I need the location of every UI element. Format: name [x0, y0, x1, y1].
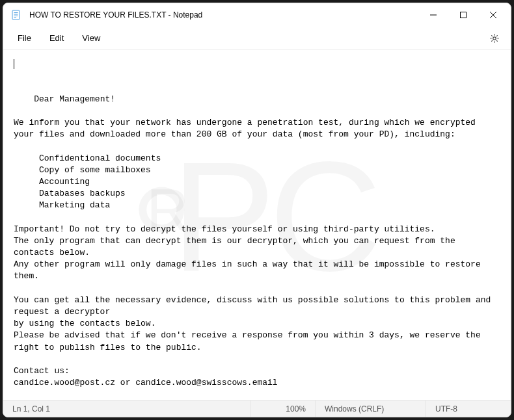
close-icon — [490, 12, 496, 18]
svg-rect-6 — [461, 12, 467, 18]
minimize-icon — [430, 12, 437, 18]
status-position: Ln 1, Col 1 — [3, 400, 250, 417]
document-text: Dear Management! We inform you that your… — [14, 94, 496, 400]
watermark: RPC — [139, 107, 375, 326]
menu-file[interactable]: File — [8, 29, 40, 47]
minimize-button[interactable] — [418, 5, 448, 25]
window-controls — [418, 5, 508, 25]
statusbar: Ln 1, Col 1 100% Windows (CRLF) UTF-8 — [3, 400, 511, 417]
svg-rect-0 — [12, 10, 20, 20]
notepad-icon — [11, 10, 21, 20]
maximize-button[interactable] — [448, 5, 478, 25]
titlebar: HOW TO RESTORE YOUR FILES.TXT - Notepad — [3, 3, 511, 27]
text-caret — [14, 59, 14, 69]
window-title: HOW TO RESTORE YOUR FILES.TXT - Notepad — [29, 10, 418, 20]
menu-view[interactable]: View — [73, 29, 109, 47]
text-editor[interactable]: RPC Dear Management! We inform you that … — [3, 50, 511, 400]
close-button[interactable] — [478, 5, 508, 25]
menu-edit[interactable]: Edit — [40, 29, 73, 47]
notepad-window: HOW TO RESTORE YOUR FILES.TXT - Notepad … — [3, 3, 511, 417]
status-line-ending: Windows (CRLF) — [316, 400, 426, 417]
maximize-icon — [460, 12, 467, 18]
status-encoding: UTF-8 — [426, 400, 511, 417]
gear-icon — [489, 33, 500, 44]
status-zoom[interactable]: 100% — [250, 400, 316, 417]
settings-button[interactable] — [483, 29, 506, 48]
menubar: File Edit View — [3, 27, 511, 50]
